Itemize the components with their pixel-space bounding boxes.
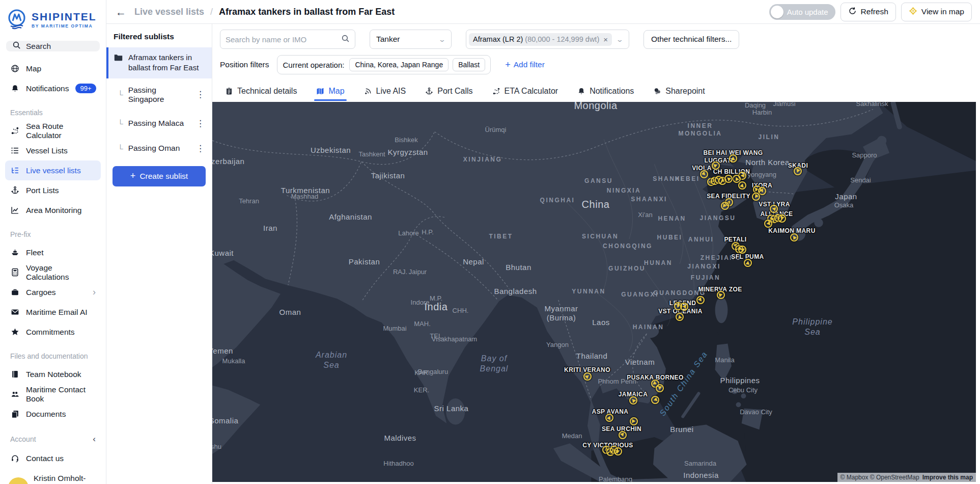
sidebar-item-voyage-calculations[interactable]: Voyage Calculations bbox=[5, 262, 101, 282]
auto-update-toggle[interactable]: Auto update bbox=[769, 4, 835, 20]
sidebar-item-fleet[interactable]: Fleet bbox=[5, 243, 101, 262]
auto-update-label: Auto update bbox=[787, 8, 828, 16]
vessel-search-input[interactable] bbox=[226, 35, 337, 44]
vessel-marker[interactable] bbox=[619, 431, 627, 439]
route-icon bbox=[10, 126, 19, 136]
vessel-marker[interactable] bbox=[770, 205, 778, 213]
tree-icon bbox=[10, 166, 19, 175]
vessel-marker[interactable] bbox=[656, 384, 664, 392]
vessel-size-chip-label: Aframax (LR 2) bbox=[473, 35, 523, 43]
vessel-size-select[interactable]: Aframax (LR 2) (80,000 - 124,999 dwt) × … bbox=[466, 30, 629, 49]
vessel-marker[interactable] bbox=[630, 417, 638, 425]
more-options-icon[interactable]: ⋮ bbox=[194, 89, 207, 100]
sidebar-item-label: Team Notebook bbox=[26, 370, 81, 379]
sidebar-item-vessel-lists[interactable]: Vessel Lists bbox=[5, 141, 101, 160]
book-icon bbox=[10, 370, 19, 379]
vessel-marker[interactable] bbox=[700, 170, 708, 178]
tab-label: Map bbox=[328, 87, 344, 96]
sublist-item-passing-malaca[interactable]: └Passing Malaca⋮ bbox=[106, 111, 212, 136]
user-name: Kristin Omholt-Jensen bbox=[34, 473, 98, 484]
sidebar-item-label: Area Monitoring bbox=[26, 206, 81, 215]
tree-elbow-icon: └ bbox=[118, 90, 123, 99]
other-technical-filters-button[interactable]: Other technical filters... bbox=[643, 30, 740, 49]
sidebar-item-sea-route-calculator[interactable]: Sea Route Calculator bbox=[5, 121, 101, 141]
tab-sharepoint[interactable]: Sharepoint bbox=[653, 87, 705, 101]
vessel-marker[interactable] bbox=[680, 303, 688, 311]
vessel-marker[interactable] bbox=[744, 259, 752, 267]
vessel-search-field[interactable] bbox=[220, 30, 355, 49]
sidebar-item-port-lists[interactable]: Port Lists bbox=[5, 180, 101, 200]
page-title: Aframax tankers in ballast from Far East bbox=[219, 7, 395, 17]
brand-logo: SHIPINTEL BY MARITIME OPTIMA bbox=[5, 6, 101, 37]
tab-live-ais[interactable]: Live AIS bbox=[364, 87, 406, 101]
vessel-marker[interactable] bbox=[752, 193, 760, 201]
brand-tagline: BY MARITIME OPTIMA bbox=[32, 23, 97, 29]
sublist-item-passing-oman[interactable]: └Passing Oman⋮ bbox=[106, 136, 212, 161]
tab-technical-details[interactable]: Technical details bbox=[225, 87, 297, 101]
more-options-icon[interactable]: ⋮ bbox=[194, 143, 207, 154]
vessel-marker[interactable] bbox=[583, 372, 592, 381]
sidebar-item-notifications[interactable]: Notifications99+ bbox=[5, 78, 101, 98]
tab-eta-calculator[interactable]: ETA Calculator bbox=[492, 87, 558, 101]
close-icon[interactable]: × bbox=[603, 35, 608, 44]
vessel-marker[interactable] bbox=[790, 233, 798, 241]
sidebar-item-label: Port Lists bbox=[26, 186, 59, 195]
sidebar-item-map[interactable]: Map bbox=[5, 59, 101, 78]
sidebar-item-label: Maritime Contact Book bbox=[26, 385, 96, 404]
sublist-item-passing-singapore[interactable]: └Passing Singapore⋮ bbox=[106, 78, 212, 111]
vessel-type-select[interactable]: Tanker ⌄ bbox=[370, 30, 452, 49]
improve-map-link[interactable]: Improve this map bbox=[922, 474, 973, 481]
vessel-marker[interactable] bbox=[605, 414, 613, 422]
vessel-marker[interactable] bbox=[676, 313, 684, 321]
operation-chips: China, Korea, Japan RangeBallast bbox=[349, 58, 485, 71]
sidebar-item-team-notebook[interactable]: Team Notebook bbox=[5, 364, 101, 384]
vessel-marker[interactable] bbox=[794, 167, 802, 175]
tab-map[interactable]: Map bbox=[316, 87, 344, 101]
sidebar-item-maritime-email-ai[interactable]: Maritime Email AI bbox=[5, 302, 101, 322]
vessel-marker[interactable] bbox=[738, 246, 746, 254]
tab-label: Technical details bbox=[237, 87, 297, 96]
sublist-item-active[interactable]: Aframax tankers in ballast from Far East bbox=[106, 47, 212, 78]
user-profile[interactable]: KO Kristin Omholt-Jensen DEMO TEAM bbox=[5, 468, 101, 484]
vessel-marker[interactable] bbox=[764, 220, 772, 228]
tree-elbow-icon: └ bbox=[118, 144, 123, 153]
position-filters-row: Position filters Current operation: Chin… bbox=[212, 49, 980, 74]
add-filter-button[interactable]: + Add filter bbox=[505, 60, 545, 70]
breadcrumb-parent[interactable]: Live vessel lists bbox=[134, 7, 204, 17]
tab-port-calls[interactable]: Port Calls bbox=[425, 87, 472, 101]
vessel-marker[interactable] bbox=[629, 396, 637, 405]
sidebar-item-maritime-contact-book[interactable]: Maritime Contact Book bbox=[5, 384, 101, 404]
vessel-marker[interactable] bbox=[696, 296, 705, 304]
sidebar-item-cargoes[interactable]: Cargoes› bbox=[5, 282, 101, 302]
vessel-marker[interactable] bbox=[712, 162, 720, 170]
sidebar-search[interactable]: Search bbox=[6, 41, 100, 51]
vessel-marker[interactable] bbox=[738, 181, 746, 190]
vessel-marker[interactable] bbox=[778, 214, 786, 223]
filter-toolbar: Tanker ⌄ Aframax (LR 2) (80,000 - 124,99… bbox=[212, 24, 980, 49]
sidebar-item-live-vessel-lists[interactable]: Live vessel lists bbox=[5, 160, 101, 180]
operation-chip-china-korea-japan-range[interactable]: China, Korea, Japan Range bbox=[349, 58, 449, 71]
refresh-button[interactable]: Refresh bbox=[841, 3, 896, 21]
collapse-sidebar-icon[interactable]: ‹ bbox=[93, 434, 96, 444]
vessel-marker[interactable] bbox=[729, 154, 737, 163]
back-arrow-icon[interactable]: ← bbox=[114, 6, 128, 18]
vessel-marker[interactable] bbox=[724, 175, 733, 183]
create-sublist-button[interactable]: + Create sublist bbox=[113, 166, 206, 186]
sidebar-item-documents[interactable]: Documents bbox=[5, 404, 101, 424]
vessel-marker[interactable] bbox=[717, 291, 725, 299]
view-in-map-button[interactable]: View in map bbox=[901, 3, 972, 21]
vessel-marker[interactable] bbox=[721, 202, 729, 210]
main-area: ← Live vessel lists / Aframax tankers in… bbox=[106, 0, 980, 484]
sidebar-item-commitments[interactable]: Commitments bbox=[5, 322, 101, 342]
sidebar-item-contact-us[interactable]: Contact us bbox=[5, 448, 101, 468]
more-options-icon[interactable]: ⋮ bbox=[194, 118, 207, 129]
map-icon bbox=[316, 87, 324, 95]
sidebar-item-area-monitoring[interactable]: Area Monitoring bbox=[5, 200, 101, 220]
tab-label: ETA Calculator bbox=[505, 87, 558, 96]
sidebar: SHIPINTEL BY MARITIME OPTIMA Search MapN… bbox=[0, 0, 106, 484]
vessel-marker[interactable] bbox=[651, 396, 659, 404]
tab-notifications[interactable]: Notifications bbox=[577, 87, 634, 101]
map-canvas[interactable]: MongoliaChinaJapanNorth KoreaNepalBhutan… bbox=[212, 102, 976, 482]
vessel-marker[interactable] bbox=[614, 447, 622, 455]
operation-chip-ballast[interactable]: Ballast bbox=[453, 58, 485, 71]
